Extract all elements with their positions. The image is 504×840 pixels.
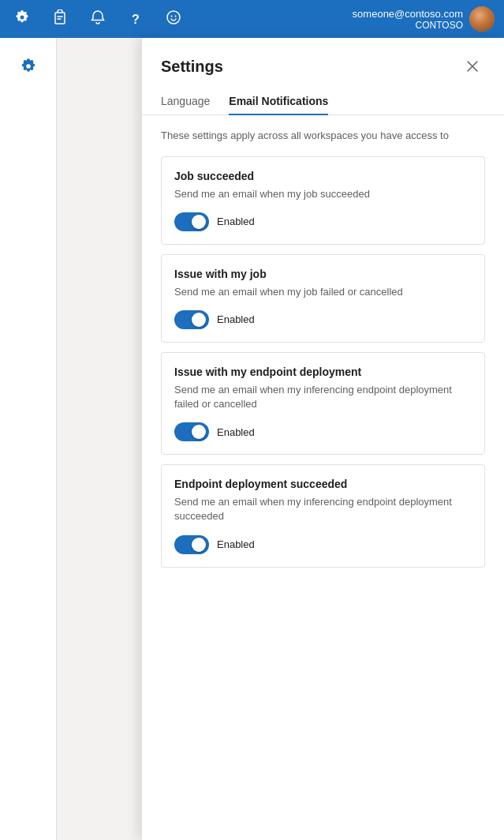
bell-icon[interactable] bbox=[85, 9, 110, 29]
notification-cards: Job succeeded Send me an email when my j… bbox=[142, 144, 504, 841]
card-title: Issue with my endpoint deployment bbox=[174, 366, 472, 378]
user-org: CONTOSO bbox=[353, 20, 463, 31]
card-description: Send me an email when my job succeeded bbox=[174, 187, 472, 201]
toggle-job-succeeded[interactable] bbox=[174, 212, 209, 231]
notification-card-job-succeeded: Job succeeded Send me an email when my j… bbox=[161, 156, 485, 245]
clipboard-icon[interactable] bbox=[47, 9, 73, 29]
card-description: Send me an email when my inferencing end… bbox=[174, 495, 472, 523]
panel-title: Settings bbox=[161, 58, 223, 76]
toggle-label: Enabled bbox=[217, 538, 255, 550]
card-description: Send me an email when my job failed or c… bbox=[174, 285, 472, 299]
card-title: Issue with my job bbox=[174, 268, 472, 280]
question-icon[interactable]: ? bbox=[123, 11, 148, 28]
user-info: someone@contoso.com CONTOSO bbox=[353, 6, 495, 32]
panel-description: These settings apply across all workspac… bbox=[142, 115, 504, 144]
notification-card-endpoint-succeeded: Endpoint deployment succeeded Send me an… bbox=[161, 464, 485, 567]
toggle-label: Enabled bbox=[217, 313, 255, 325]
avatar[interactable] bbox=[469, 6, 495, 32]
card-title: Job succeeded bbox=[174, 170, 472, 182]
tab-language[interactable]: Language bbox=[161, 88, 210, 115]
toggle-row: Enabled bbox=[174, 212, 472, 231]
svg-point-2 bbox=[171, 15, 173, 17]
user-email: someone@contoso.com bbox=[353, 8, 463, 20]
tab-email-notifications[interactable]: Email Notifications bbox=[229, 88, 328, 115]
smiley-icon[interactable] bbox=[161, 9, 186, 29]
settings-panel: Settings Language Email Notifications Th… bbox=[141, 38, 504, 840]
toggle-row: Enabled bbox=[174, 422, 472, 441]
svg-rect-0 bbox=[55, 13, 65, 24]
gear-icon[interactable] bbox=[9, 9, 35, 29]
toggle-label: Enabled bbox=[217, 426, 255, 438]
toggle-row: Enabled bbox=[174, 535, 472, 554]
toggle-label: Enabled bbox=[217, 216, 255, 227]
panel-header: Settings bbox=[142, 38, 504, 79]
sidebar bbox=[0, 38, 57, 840]
card-title: Endpoint deployment succeeded bbox=[174, 478, 472, 490]
sidebar-gear-icon[interactable] bbox=[13, 51, 44, 82]
svg-point-1 bbox=[167, 11, 180, 24]
notification-card-issue-job: Issue with my job Send me an email when … bbox=[161, 254, 485, 343]
topbar: ? someone@contoso.com CONTOSO bbox=[0, 0, 504, 38]
toggle-row: Enabled bbox=[174, 310, 472, 329]
toggle-issue-endpoint[interactable] bbox=[174, 422, 209, 441]
tabs: Language Email Notifications bbox=[142, 88, 504, 115]
notification-card-issue-endpoint: Issue with my endpoint deployment Send m… bbox=[161, 352, 485, 455]
toggle-endpoint-succeeded[interactable] bbox=[174, 535, 209, 554]
svg-point-3 bbox=[175, 15, 177, 17]
close-button[interactable] bbox=[460, 54, 485, 79]
card-description: Send me an email when my inferencing end… bbox=[174, 383, 472, 411]
toggle-issue-job[interactable] bbox=[174, 310, 209, 329]
